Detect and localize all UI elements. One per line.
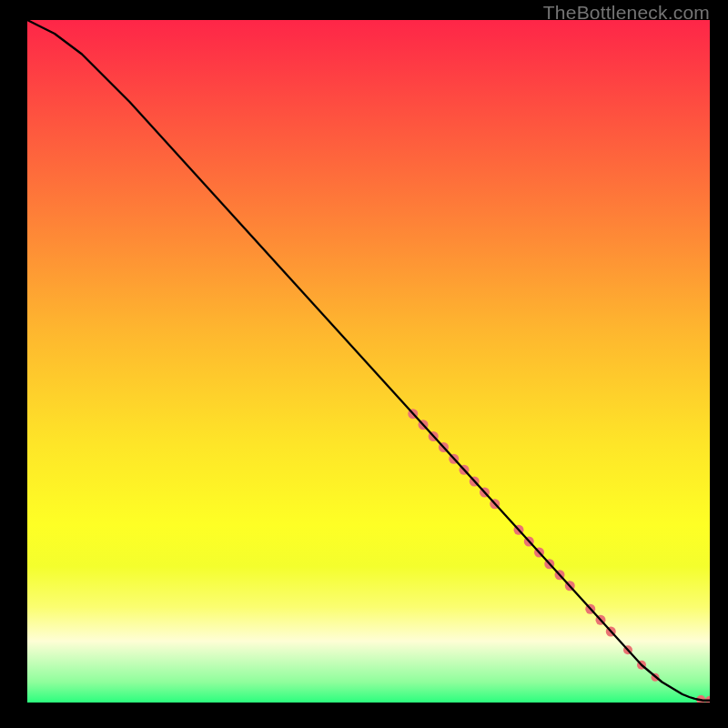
chart-stage: TheBottleneck.com	[0, 0, 728, 728]
gradient-background	[27, 20, 710, 703]
chart-plot-area	[27, 20, 710, 703]
chart-svg	[27, 20, 710, 703]
